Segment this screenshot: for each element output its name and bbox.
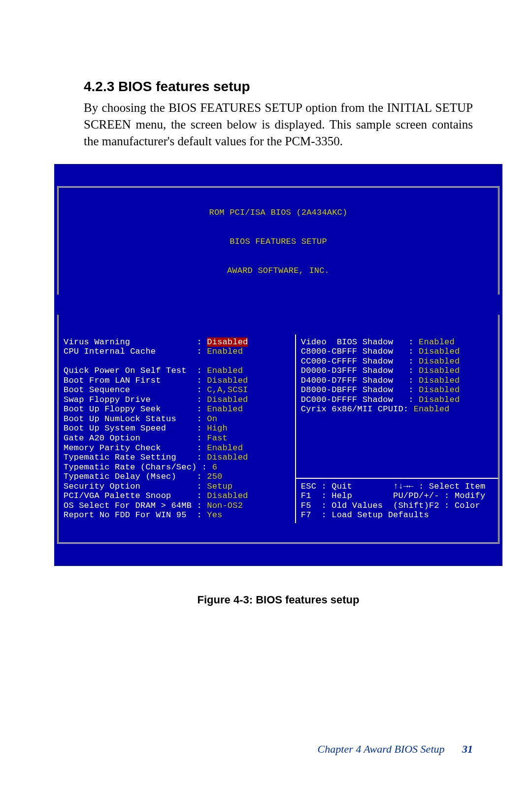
bios-setting-label: Swap Floppy Drive [64,395,192,405]
bios-setting-row: Typematic Delay (Msec) : 250 [64,472,292,482]
bios-setting-value: Disabled [207,395,248,405]
bios-setting-row: Cyrix 6x86/MII CPUID: Enabled [301,404,495,414]
bios-setting-row: Boot From LAN First : Disabled [64,376,292,386]
bios-help-line: F5 : Old Values (Shift)F2 : Color [301,501,495,511]
bios-header-line: BIOS FEATURES SETUP [59,237,498,247]
bios-setting-value: Fast [207,433,228,443]
section-title: BIOS features setup [118,79,250,94]
bios-setting-label: Virus Warning [64,337,192,347]
bios-setting-value: Yes [207,510,222,520]
bios-setting-value: Disabled [207,337,248,347]
bios-setting-row: CPU Internal Cache : Enabled [64,347,292,357]
bios-setting-label: Report No FDD For WIN 95 [64,510,192,520]
bios-setting-label: Quick Power On Self Test [64,366,192,376]
bios-setting-value: Setup [207,482,233,492]
bios-setting-row: Memory Parity Check : Enabled [64,443,292,453]
bios-setting-row: Video BIOS Shadow : Enabled [301,337,495,347]
bios-setting-value: 250 [207,472,222,482]
bios-setting-label: Boot Up NumLock Status [64,414,192,424]
bios-setting-label: Boot Up System Speed [64,424,192,433]
bios-setting-row: Quick Power On Self Test : Enabled [64,366,292,376]
bios-setting-value: Enabled [207,347,243,357]
bios-setting-label: PCI/VGA Palette Snoop [64,491,192,501]
bios-setting-value: Enabled [414,404,450,414]
bios-setting-label: Typematic Rate Setting [64,453,192,463]
bios-setting-label: Typematic Delay (Msec) [64,472,192,482]
figure-caption: Figure 4-3: BIOS features setup [84,594,473,606]
bios-setting-row: Boot Up Floppy Seek : Enabled [64,404,292,414]
bios-setting-label: C8000-CBFFF Shadow [301,347,403,357]
bios-setting-value: Non-OS2 [207,501,243,511]
bios-setting-row: Boot Up System Speed : High [64,424,292,433]
bios-setting-value: Disabled [419,376,460,386]
bios-help-box: ESC : Quit ↑↓→← : Select ItemF1 : Help P… [296,479,498,523]
bios-setting-row: Security Option : Setup [64,482,292,492]
bios-setting-value: Disabled [419,347,460,357]
bios-setting-row: D4000-D7FFF Shadow : Disabled [301,376,495,386]
bios-setting-label: Video BIOS Shadow [301,337,403,347]
bios-setting-row: PCI/VGA Palette Snoop : Disabled [64,491,292,501]
bios-setting-label: OS Select For DRAM > 64MB [64,501,197,511]
bios-setting-row: Gate A20 Option : Fast [64,433,292,443]
bios-setting-row: Boot Sequence : C,A,SCSI [64,385,292,395]
bios-setting-value: C,A,SCSI [207,385,248,395]
bios-setting-value: Disabled [419,395,460,405]
bios-setting-label: Gate A20 Option [64,433,192,443]
section-number: 4.2.3 [84,79,114,94]
bios-setting-row: OS Select For DRAM > 64MB : Non-OS2 [64,501,292,511]
section-heading: 4.2.3 BIOS features setup [84,79,473,95]
bios-setting-value: High [207,424,228,433]
bios-setting-value: Disabled [419,385,460,395]
bios-setting-value: Disabled [419,366,460,376]
bios-setting-value: Disabled [207,491,248,501]
bios-setting-value: Enabled [207,443,243,453]
bios-setting-label: Boot Up Floppy Seek [64,404,192,414]
bios-setting-label: Security Option [64,482,192,492]
bios-setting-label: D4000-D7FFF Shadow [301,376,403,386]
bios-setting-row: C8000-CBFFF Shadow : Disabled [301,347,495,357]
body-paragraph: By choosing the BIOS FEATURES SETUP opti… [84,100,473,149]
bios-setting-row: Swap Floppy Drive : Disabled [64,395,292,405]
bios-setting-row: Boot Up NumLock Status : On [64,414,292,424]
bios-setting-row: DC000-DFFFF Shadow : Disabled [301,395,495,405]
bios-screenshot: ROM PCI/ISA BIOS (2A434AKC) BIOS FEATURE… [54,164,502,566]
bios-setting-row: D0000-D3FFF Shadow : Disabled [301,366,495,376]
bios-setting-label: Typematic Rate (Chars/Sec) [64,463,197,472]
footer-chapter: Chapter 4 Award BIOS Setup [318,743,445,755]
bios-header-line: ROM PCI/ISA BIOS (2A434AKC) [59,208,498,218]
bios-left-column: Virus Warning : DisabledCPU Internal Cac… [59,334,296,523]
bios-setting-label: D8000-DBFFF Shadow [301,385,403,395]
bios-setting-row: Report No FDD For WIN 95 : Yes [64,510,292,520]
bios-setting-row: D8000-DBFFF Shadow : Disabled [301,385,495,395]
bios-setting-row [64,357,292,366]
bios-setting-label: Boot From LAN First [64,376,192,386]
bios-help-line: F1 : Help PU/PD/+/- : Modify [301,491,495,501]
bios-setting-label: Boot Sequence [64,385,192,395]
bios-setting-value: Enabled [207,404,243,414]
bios-setting-row: CC000-CFFFF Shadow : Disabled [301,357,495,366]
bios-setting-value: Disabled [207,453,248,463]
bios-right-column: Video BIOS Shadow : EnabledC8000-CBFFF S… [296,334,498,479]
bios-setting-value: 6 [212,463,217,472]
page-footer: Chapter 4 Award BIOS Setup 31 [0,743,473,756]
bios-setting-value: Enabled [419,337,455,347]
bios-setting-label: CPU Internal Cache [64,347,192,357]
footer-page-number: 31 [462,743,473,755]
bios-setting-value: Enabled [207,366,243,376]
bios-setting-label: CC000-CFFFF Shadow [301,357,403,366]
bios-setting-label: DC000-DFFFF Shadow [301,395,403,405]
bios-help-line: F7 : Load Setup Defaults [301,510,495,520]
bios-setting-label: Cyrix 6x86/MII CPUID [301,404,403,414]
bios-setting-row: Typematic Rate Setting : Disabled [64,453,292,463]
bios-header-line: AWARD SOFTWARE, INC. [59,266,498,276]
bios-setting-value: Disabled [419,357,460,366]
bios-help-line: ESC : Quit ↑↓→← : Select Item [301,482,495,492]
bios-setting-value: Disabled [207,376,248,386]
bios-setting-label: D0000-D3FFF Shadow [301,366,403,376]
bios-setting-label: Memory Parity Check [64,443,192,453]
bios-setting-row: Virus Warning : Disabled [64,337,292,347]
bios-setting-row: Typematic Rate (Chars/Sec) : 6 [64,463,292,472]
bios-setting-value: On [207,414,217,424]
